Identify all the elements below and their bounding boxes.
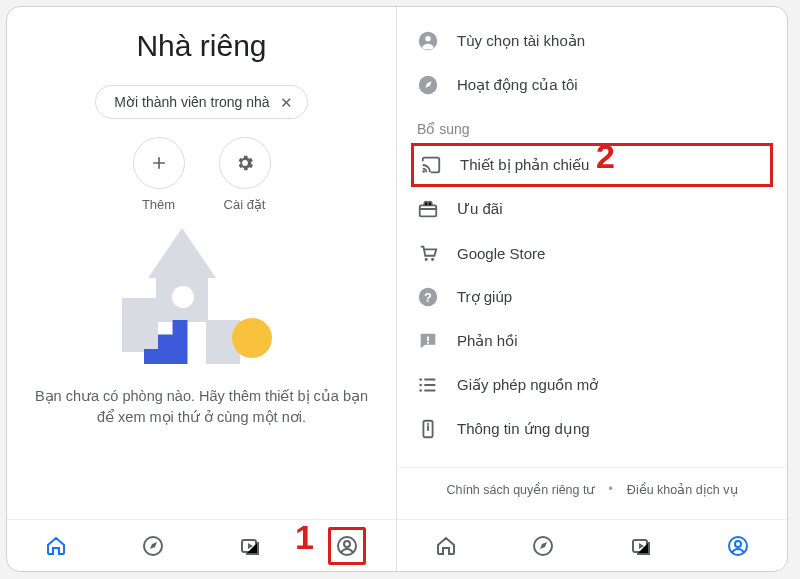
menu-licenses[interactable]: Giấy phép nguồn mở	[397, 363, 787, 407]
menu-label: Thiết bị phản chiếu	[460, 156, 589, 174]
menu-offers[interactable]: Ưu đãi	[397, 187, 787, 231]
section-label: Bổ sung	[397, 107, 787, 143]
menu-label: Phản hồi	[457, 332, 518, 350]
menu-help[interactable]: ? Trợ giúp	[397, 275, 787, 319]
home-screen: Nhà riêng Mời thành viên trong nhà ✕ Thê…	[7, 7, 397, 571]
help-icon: ?	[417, 286, 439, 308]
nav-home-icon[interactable]	[427, 527, 465, 565]
nav-media-icon[interactable]	[231, 527, 269, 565]
invite-chip[interactable]: Mời thành viên trong nhà ✕	[95, 85, 307, 119]
svg-point-16	[419, 384, 422, 387]
settings-action[interactable]: Cài đặt	[219, 137, 271, 212]
svg-rect-13	[427, 336, 429, 341]
svg-point-24	[735, 541, 741, 547]
footer-links: Chính sách quyền riêng tư • Điều khoản d…	[397, 467, 787, 503]
menu-feedback[interactable]: Phản hồi	[397, 319, 787, 363]
plus-icon	[133, 137, 185, 189]
bottom-nav-left	[7, 519, 396, 571]
menu-cast-device[interactable]: Thiết bị phản chiếu	[411, 143, 773, 187]
close-icon[interactable]: ✕	[280, 95, 293, 110]
bottom-nav-right	[397, 519, 787, 571]
svg-point-15	[419, 378, 422, 381]
nav-home-icon[interactable]	[37, 527, 75, 565]
terms-link[interactable]: Điều khoản dịch vụ	[627, 482, 738, 497]
menu-list: Tùy chọn tài khoản Hoạt động của tôi Bổ …	[397, 7, 787, 451]
menu-label: Thông tin ứng dụng	[457, 420, 590, 438]
svg-rect-14	[427, 342, 429, 344]
feedback-icon	[417, 330, 439, 352]
svg-point-10	[431, 258, 434, 261]
privacy-link[interactable]: Chính sách quyền riêng tư	[446, 482, 594, 497]
svg-point-5	[425, 36, 431, 42]
empty-state-text: Bạn chưa có phòng nào. Hãy thêm thiết bị…	[33, 386, 370, 428]
add-label: Thêm	[142, 197, 175, 212]
svg-point-17	[419, 389, 422, 392]
add-action[interactable]: Thêm	[133, 137, 185, 212]
nav-explore-icon[interactable]	[134, 527, 172, 565]
page-title: Nhà riêng	[7, 29, 396, 63]
app-frame: Nhà riêng Mời thành viên trong nhà ✕ Thê…	[6, 6, 788, 572]
menu-label: Ưu đãi	[457, 200, 503, 218]
menu-my-activity[interactable]: Hoạt động của tôi	[397, 63, 787, 107]
gear-icon	[219, 137, 271, 189]
menu-label: Giấy phép nguồn mở	[457, 376, 598, 394]
actions-row: Thêm Cài đặt	[7, 137, 396, 212]
svg-text:?: ?	[424, 290, 432, 305]
annotation-1: 1	[295, 518, 314, 557]
menu-app-info[interactable]: Thông tin ứng dụng	[397, 407, 787, 451]
menu-label: Hoạt động của tôi	[457, 76, 578, 94]
cart-icon	[417, 242, 439, 264]
nav-explore-icon[interactable]	[524, 527, 562, 565]
svg-point-9	[425, 258, 428, 261]
list-icon	[417, 374, 439, 396]
device-info-icon	[417, 418, 439, 440]
house-illustration	[112, 228, 292, 368]
separator-dot: •	[608, 482, 612, 497]
offers-icon	[417, 198, 439, 220]
svg-point-3	[344, 541, 350, 547]
annotation-2: 2	[596, 137, 615, 176]
person-circle-icon	[417, 30, 439, 52]
settings-label: Cài đặt	[224, 197, 266, 212]
menu-label: Tùy chọn tài khoản	[457, 32, 585, 50]
svg-rect-19	[427, 425, 429, 431]
nav-account-icon[interactable]	[328, 527, 366, 565]
svg-rect-8	[420, 205, 437, 216]
svg-rect-20	[427, 423, 429, 425]
cast-icon	[420, 154, 442, 176]
activity-icon	[417, 74, 439, 96]
nav-account-icon[interactable]	[719, 527, 757, 565]
menu-account-options[interactable]: Tùy chọn tài khoản	[397, 19, 787, 63]
account-menu-screen: Tùy chọn tài khoản Hoạt động của tôi Bổ …	[397, 7, 787, 571]
svg-point-7	[422, 170, 425, 173]
menu-google-store[interactable]: Google Store	[397, 231, 787, 275]
invite-chip-label: Mời thành viên trong nhà	[114, 94, 269, 110]
menu-label: Trợ giúp	[457, 288, 512, 306]
menu-label: Google Store	[457, 245, 545, 262]
nav-media-icon[interactable]	[622, 527, 660, 565]
